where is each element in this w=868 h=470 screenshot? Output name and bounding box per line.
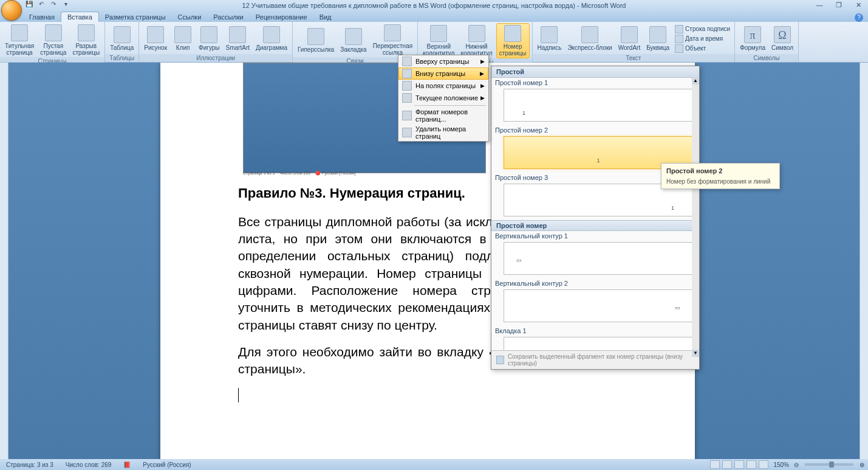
group-symbols-label: Символы xyxy=(735,54,798,62)
maximize-button[interactable]: ❐ xyxy=(832,1,846,10)
blank-page-button[interactable]: Пустаястраница xyxy=(38,23,69,57)
gallery-item-label-1: Простой номер 1 xyxy=(491,78,699,88)
tab-insert[interactable]: Вставка xyxy=(61,12,99,22)
object-button[interactable]: Объект xyxy=(673,44,732,54)
help-icon[interactable]: ? xyxy=(855,13,863,22)
status-bar: Страница: 3 из 3 Число слов: 269 📕 Русск… xyxy=(0,459,868,470)
gallery-item-vertical-1[interactable]: ▭ xyxy=(504,242,693,275)
signature-line-button[interactable]: Строка подписи xyxy=(673,24,732,34)
gallery-item-vertical-2[interactable]: ▭ xyxy=(504,289,693,322)
menu-bottom-of-page[interactable]: Внизу страницы▶ xyxy=(398,67,488,80)
menu-top-of-page[interactable]: Вверху страницы▶ xyxy=(398,55,488,67)
view-web-layout[interactable] xyxy=(734,460,744,469)
submenu-arrow-icon: ▶ xyxy=(480,58,485,64)
scroll-down-icon[interactable]: ▼ xyxy=(692,350,699,357)
view-print-layout[interactable] xyxy=(710,460,720,469)
close-button[interactable]: ✕ xyxy=(851,1,866,10)
zoom-out-button[interactable]: ⊖ xyxy=(794,461,799,468)
save-icon xyxy=(496,356,504,364)
gallery-tooltip: Простой номер 2 Номер без форматирования… xyxy=(661,163,780,189)
menu-separator xyxy=(414,105,486,106)
qat-redo[interactable]: ↷ xyxy=(49,1,58,10)
smartart-button[interactable]: SmartArt xyxy=(224,25,252,52)
dropcap-button[interactable]: Буквица xyxy=(644,25,672,52)
status-language[interactable]: Русский (Россия) xyxy=(140,461,193,468)
bookmark-button[interactable]: Закладка xyxy=(338,27,369,54)
status-word-count[interactable]: Число слов: 269 xyxy=(63,461,114,468)
gallery-item-label-2: Простой номер 2 xyxy=(491,125,699,135)
page-bottom-icon xyxy=(402,69,412,78)
page-number-button[interactable]: Номерстраницы xyxy=(496,23,530,58)
qat-customize[interactable]: ▾ xyxy=(61,1,70,10)
gallery-section-simple-number: Простой номер xyxy=(491,220,699,231)
status-page[interactable]: Страница: 3 из 3 xyxy=(4,461,56,468)
shapes-button[interactable]: Фигуры xyxy=(196,25,222,52)
gallery-save-selection[interactable]: Сохранить выделенный фрагмент как номер … xyxy=(491,350,699,369)
remove-icon xyxy=(402,128,412,137)
view-outline[interactable] xyxy=(747,460,756,469)
footer-button[interactable]: Нижнийколонтитул xyxy=(458,24,494,58)
view-full-screen[interactable] xyxy=(722,460,732,469)
tab-references[interactable]: Ссылки xyxy=(172,12,208,22)
menu-format-page-numbers[interactable]: Формат номеров страниц... xyxy=(398,107,488,124)
menu-remove-page-numbers[interactable]: Удалить номера страниц xyxy=(398,124,488,141)
submenu-arrow-icon: ▶ xyxy=(480,95,485,101)
gallery-item-label-5: Вертикальный контур 2 xyxy=(491,278,699,288)
header-button[interactable]: Верхнийколонтитул xyxy=(420,24,457,58)
embedded-caption: Страница 3 из 3 Число слов 269 🔴 Русский… xyxy=(243,171,355,176)
left-ruler xyxy=(0,63,9,459)
quickparts-button[interactable]: Экспресс-блоки xyxy=(565,25,614,52)
zoom-level[interactable]: 150% xyxy=(771,461,791,468)
table-button[interactable]: Таблица xyxy=(108,25,136,52)
zoom-in-button[interactable]: ⊕ xyxy=(859,461,864,468)
gallery-item-simple-1[interactable]: 1 xyxy=(504,89,693,122)
picture-button[interactable]: Рисунок xyxy=(142,25,169,52)
cover-page-button[interactable]: Титульнаястраница xyxy=(2,23,36,57)
crossref-button[interactable]: Перекрестнаяссылка xyxy=(371,23,415,57)
page-number-gallery: Простой Простой номер 1 1 Простой номер … xyxy=(491,66,700,370)
tab-review[interactable]: Рецензирование xyxy=(250,12,313,22)
vertical-scrollbar[interactable] xyxy=(859,63,868,459)
textbox-button[interactable]: Надпись xyxy=(535,25,564,52)
tab-home[interactable]: Главная xyxy=(23,12,61,22)
format-icon xyxy=(402,111,412,120)
zoom-thumb[interactable] xyxy=(829,461,834,468)
qat-save[interactable]: 💾 xyxy=(24,1,34,10)
group-text-label: Текст xyxy=(533,54,735,62)
symbol-button[interactable]: ΩСимвол xyxy=(769,25,796,52)
gallery-scrollbar[interactable]: ▲ ▼ xyxy=(692,77,699,357)
group-illustrations-label: Иллюстрации xyxy=(139,54,292,62)
datetime-button[interactable]: Дата и время xyxy=(673,34,732,44)
tooltip-title: Простой номер 2 xyxy=(666,167,774,175)
scroll-up-icon[interactable]: ▲ xyxy=(692,77,699,85)
view-draft[interactable] xyxy=(759,460,768,469)
tooltip-description: Номер без форматирования и линий xyxy=(666,178,774,185)
minimize-button[interactable]: — xyxy=(812,1,827,10)
menu-current-position[interactable]: Текущее положение▶ xyxy=(398,92,488,104)
equation-button[interactable]: πФормула xyxy=(737,25,768,52)
gallery-section-simple: Простой xyxy=(491,66,699,78)
office-button[interactable] xyxy=(1,0,22,21)
hyperlink-button[interactable]: Гиперссылка xyxy=(295,27,337,54)
submenu-arrow-icon: ▶ xyxy=(480,83,485,89)
gallery-item-label-6: Вкладка 1 xyxy=(491,326,699,336)
current-position-icon xyxy=(402,93,412,103)
zoom-slider[interactable] xyxy=(805,463,853,466)
gallery-item-label-4: Вертикальный контур 1 xyxy=(491,231,699,241)
tab-view[interactable]: Вид xyxy=(313,12,338,22)
page-margins-icon xyxy=(402,81,412,91)
page-top-icon xyxy=(402,57,412,66)
menu-page-margins[interactable]: На полях страницы▶ xyxy=(398,80,488,92)
wordart-button[interactable]: WordArt xyxy=(616,25,643,52)
clip-button[interactable]: Клип xyxy=(171,25,195,52)
tab-mailings[interactable]: Рассылки xyxy=(207,12,249,22)
status-proofing-icon[interactable]: 📕 xyxy=(121,461,133,468)
text-cursor xyxy=(238,388,239,403)
qat-undo[interactable]: ↶ xyxy=(36,1,46,10)
page-number-dropdown: Вверху страницы▶ Внизу страницы▶ На поля… xyxy=(398,55,489,142)
window-title: 12 Учитываем общие требования к дипломно… xyxy=(242,2,626,9)
chart-button[interactable]: Диаграмма xyxy=(253,25,290,52)
page-break-button[interactable]: Разрывстраницы xyxy=(70,23,102,57)
tab-page-layout[interactable]: Разметка страницы xyxy=(99,12,172,22)
submenu-arrow-icon: ▶ xyxy=(480,71,484,77)
